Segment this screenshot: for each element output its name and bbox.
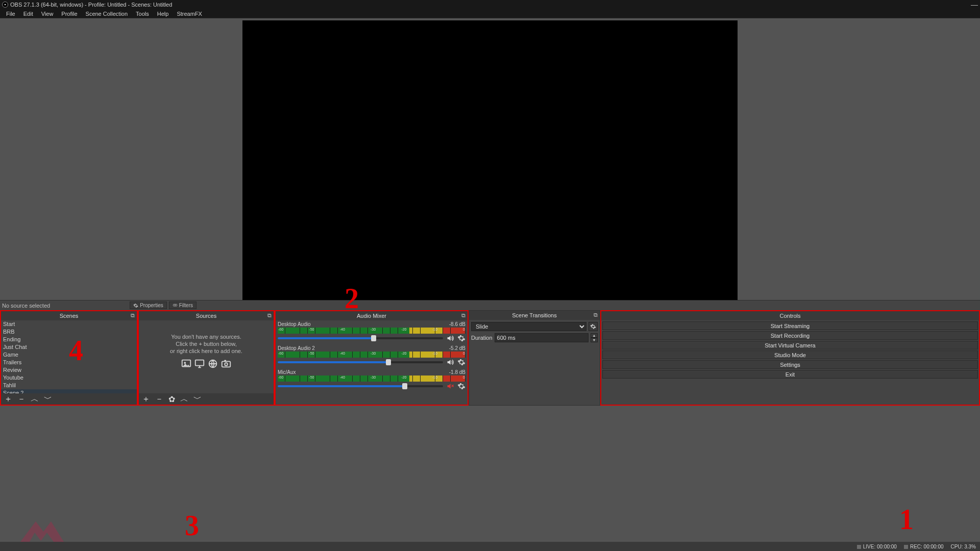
transition-select[interactable]: Slide [471, 322, 586, 331]
menu-file[interactable]: File [2, 10, 19, 18]
controls-title: Controls [780, 313, 801, 319]
sources-title-bar[interactable]: Sources ⧉ [139, 311, 274, 320]
scene-item[interactable]: Youtube [1, 374, 137, 382]
title-bar: OBS 27.1.3 (64-bit, windows) - Profile: … [0, 0, 980, 9]
volume-slider[interactable] [278, 361, 443, 363]
scenes-title-bar[interactable]: Scenes ⧉ [1, 311, 137, 320]
volume-slider[interactable] [278, 337, 443, 339]
exit-button[interactable]: Exit [602, 370, 978, 379]
scenes-list[interactable]: StartBRBEndingJust ChatGameTrailersRevie… [1, 320, 137, 393]
popout-icon[interactable]: ⧉ [131, 312, 135, 319]
popout-icon[interactable]: ⧉ [594, 312, 598, 318]
move-scene-up-button[interactable]: ︿ [31, 394, 39, 405]
scene-item[interactable]: Game [1, 351, 137, 359]
audio-channel: Desktop Audio-8.6 dB -60-50-40-30-20-100 [278, 321, 465, 342]
menu-help[interactable]: Help [153, 10, 173, 18]
gear-icon [590, 323, 596, 330]
filters-button[interactable]: Filters [169, 302, 197, 309]
scene-item[interactable]: Tahlil [1, 382, 137, 389]
scene-item[interactable]: Trailers [1, 359, 137, 366]
svg-point-7 [225, 363, 228, 366]
controls-title-bar[interactable]: Controls [601, 311, 979, 320]
menu-tools[interactable]: Tools [132, 10, 153, 18]
speaker-icon[interactable] [446, 334, 454, 342]
transitions-title: Scene Transitions [512, 312, 556, 318]
minimize-button[interactable]: — [971, 2, 978, 7]
duration-up-button[interactable]: ▲ [591, 333, 598, 338]
audio-mixer-dock: Audio Mixer ⧉ Desktop Audio-8.6 dB -60-5… [275, 310, 469, 406]
camera-icon [220, 358, 232, 369]
menu-scene-collection[interactable]: Scene Collection [82, 10, 132, 18]
audio-meter: -60-50-40-30-20-100 [278, 375, 465, 382]
sources-toolbar: ＋ － ✿ ︿ ﹀ [139, 393, 274, 405]
gear-icon [133, 303, 138, 308]
menu-view[interactable]: View [37, 10, 58, 18]
preview-area [0, 18, 980, 300]
scenes-title: Scenes [60, 313, 79, 319]
no-source-label: No source selected [2, 303, 50, 309]
start-virtual-camera-button[interactable]: Start Virtual Camera [602, 341, 978, 349]
duration-down-button[interactable]: ▼ [591, 338, 598, 342]
preview-canvas[interactable] [242, 20, 738, 300]
move-scene-down-button[interactable]: ﹀ [44, 394, 52, 405]
remove-scene-button[interactable]: － [17, 394, 26, 405]
monitor-icon [194, 358, 205, 369]
status-bar: LIVE: 00:00:00 REC: 00:00:00 CPU: 3.3% [0, 542, 980, 551]
channel-settings-button[interactable] [457, 382, 465, 390]
status-cpu: CPU: 3.3% [951, 544, 976, 549]
transitions-title-bar[interactable]: Scene Transitions ⧉ [469, 311, 600, 320]
properties-button[interactable]: Properties [130, 302, 167, 309]
channel-name: Mic/Aux [278, 369, 296, 375]
sources-empty-hint: You don't have any sources. Click the + … [139, 320, 274, 382]
volume-slider[interactable] [278, 385, 443, 387]
window-title: OBS 27.1.3 (64-bit, windows) - Profile: … [10, 2, 172, 8]
status-live: LIVE: 00:00:00 [857, 544, 897, 549]
channel-db: -5.2 dB [449, 345, 465, 351]
add-source-button[interactable]: ＋ [142, 394, 150, 405]
source-toolbar: No source selected Properties Filters [0, 300, 980, 310]
menu-streamfx[interactable]: StreamFX [173, 10, 206, 18]
svg-rect-4 [195, 360, 204, 365]
settings-button[interactable]: Settings [602, 360, 978, 369]
menu-profile[interactable]: Profile [57, 10, 81, 18]
channel-name: Desktop Audio [278, 321, 311, 327]
remove-source-button[interactable]: － [155, 394, 163, 405]
popout-icon[interactable]: ⧉ [267, 312, 272, 319]
add-scene-button[interactable]: ＋ [4, 394, 12, 405]
studio-mode-button[interactable]: Studio Mode [602, 350, 978, 359]
mixer-title-bar[interactable]: Audio Mixer ⧉ [276, 311, 468, 320]
start-streaming-button[interactable]: Start Streaming [602, 321, 978, 330]
move-source-up-button[interactable]: ︿ [180, 394, 188, 405]
svg-point-3 [184, 362, 186, 364]
duration-input[interactable] [495, 333, 589, 342]
transition-settings-button[interactable] [589, 322, 598, 331]
duration-label: Duration [471, 335, 493, 341]
audio-meter: -60-50-40-30-20-100 [278, 328, 465, 334]
scene-item[interactable]: BRB [1, 328, 137, 336]
channel-db: -8.6 dB [449, 321, 465, 327]
scene-item[interactable]: Just Chat [1, 343, 137, 351]
annotation-1: 1 [899, 503, 914, 536]
menu-bar: File Edit View Profile Scene Collection … [0, 9, 980, 18]
channel-name: Desktop Audio 2 [278, 345, 315, 351]
audio-channel: Mic/Aux-1.8 dB -60-50-40-30-20-100 [278, 369, 465, 390]
popout-icon[interactable]: ⧉ [461, 312, 465, 319]
channel-settings-button[interactable] [457, 358, 465, 366]
menu-edit[interactable]: Edit [19, 10, 37, 18]
annotation-3: 3 [185, 509, 199, 542]
scene-item[interactable]: Ending [1, 336, 137, 343]
svg-rect-8 [224, 360, 226, 361]
transitions-dock: Scene Transitions ⧉ Slide Duration ▲ ▼ [469, 310, 600, 406]
source-settings-button[interactable]: ✿ [168, 394, 175, 404]
scenes-toolbar: ＋ － ︿ ﹀ [1, 393, 137, 405]
scene-item[interactable]: Start [1, 320, 137, 328]
status-rec: REC: 00:00:00 [904, 544, 944, 549]
speaker-muted-icon[interactable] [446, 382, 454, 390]
channel-settings-button[interactable] [457, 334, 465, 342]
speaker-icon[interactable] [446, 358, 454, 366]
sources-title: Sources [196, 313, 216, 319]
move-source-down-button[interactable]: ﹀ [193, 394, 202, 405]
scene-item[interactable]: Scene 2 [1, 389, 137, 393]
start-recording-button[interactable]: Start Recording [602, 331, 978, 340]
scene-item[interactable]: Review [1, 366, 137, 374]
